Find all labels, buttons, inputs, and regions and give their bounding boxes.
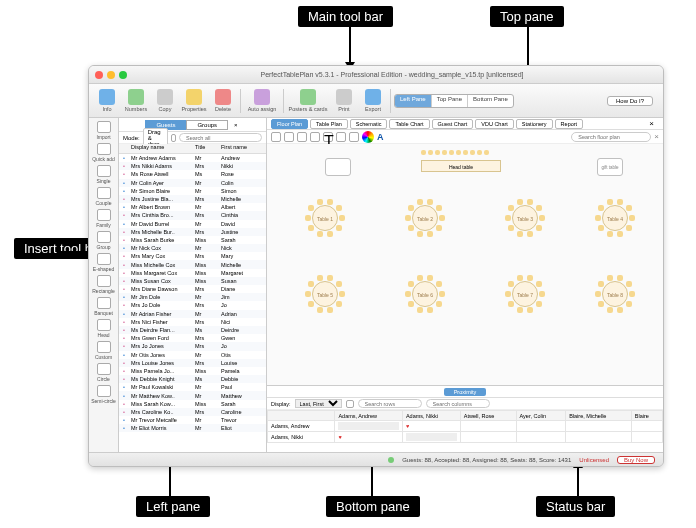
display-dropdown[interactable]: Last, First [295,399,342,408]
guest-row[interactable]: •Mr Albert BrownMrAlbert [119,203,266,211]
prox-tool-icon[interactable] [346,400,354,408]
howdoi-button[interactable]: How Do I? [607,96,653,106]
pane-toggle-segment[interactable]: Left Pane Top Pane Bottom Pane [394,94,514,108]
insert-head[interactable]: Head [91,318,117,339]
tab-report[interactable]: Report [555,119,584,129]
guest-row[interactable]: •Mr Simon BlaireMrSimon [119,187,266,195]
top-tabs-close-icon[interactable]: × [644,118,659,129]
guest-row[interactable]: •Mr Paul KowalskiMrPaul [119,383,266,391]
insert-e-shaped[interactable]: E-shaped [91,252,117,273]
tab-floor-plan[interactable]: Floor Plan [271,119,308,129]
guest-row[interactable]: •Mrs Michelle Bur..MrsJustine [119,228,266,236]
tb-autoassign[interactable]: Auto assign [244,89,280,112]
guest-row[interactable]: •Mr Otis JonesMrOtis [119,351,266,359]
mode-btn-icon[interactable] [171,134,176,142]
guest-row[interactable]: •Mr Eliot MorrisMrEliot [119,424,266,432]
guest-row[interactable]: •Mr Nick CoxMrNick [119,244,266,252]
top-pane-close-icon[interactable]: × [654,132,659,141]
tb-export[interactable]: Export [359,89,387,112]
tab-proximity[interactable]: Proximity [444,388,487,396]
guest-row[interactable]: •Mrs Justine Bla...MrsMichelle [119,195,266,203]
tb-posters[interactable]: Posters & cards [287,89,329,112]
floorplan-search-input[interactable] [571,132,651,142]
insert-import[interactable]: Import [91,120,117,141]
guest-row[interactable]: •Mr Adrian FisherMrAdrian [119,310,266,318]
gift-table-shape[interactable]: gift table [597,158,623,176]
guest-row[interactable]: •Miss Sarah Kow...MissSarah [119,400,266,408]
guest-list-header[interactable]: Display name Title First name [119,144,266,154]
zoom-icon[interactable] [119,71,127,79]
tb-info[interactable]: Info [93,89,121,112]
guest-row[interactable]: •Ms Rose AtwellMsRose [119,170,266,178]
insert-group[interactable]: Group [91,230,117,251]
insert-banquet[interactable]: Banquet [91,296,117,317]
guest-row[interactable]: •Mr Matthew Kow..MrMatthew [119,391,266,399]
round-table[interactable]: Table 4 [593,196,637,240]
tb-numbers[interactable]: Numbers [122,89,150,112]
guest-row[interactable]: •Mr David BurrelMrDavid [119,220,266,228]
anthropic-a-icon[interactable]: A [377,132,387,142]
insert-rectangle[interactable]: Rectangle [91,274,117,295]
guest-row[interactable]: •Miss Susan CoxMissSusan [119,277,266,285]
guest-row[interactable]: •Mr Andrew AdamsMrAndrew [119,154,266,162]
guest-row[interactable]: •Mrs Jo DoleMrsJo [119,301,266,309]
proximity-grid[interactable]: Adams, AndrewAdams, NikkiAtwell, RoseAye… [267,410,663,452]
insert-semi-circle[interactable]: Semi-circle [91,384,117,405]
tab-stationery[interactable]: Stationery [516,119,553,129]
tb-print[interactable]: Print [330,89,358,112]
guest-row[interactable]: •Mrs Nici FisherMrsNici [119,318,266,326]
guest-row[interactable]: •Ms Debbie KnightMsDebbie [119,375,266,383]
guest-row[interactable]: •Mr Jim DoleMrJim [119,293,266,301]
round-table[interactable]: Table 5 [303,272,347,316]
seg-left-pane[interactable]: Left Pane [395,95,432,107]
guest-row[interactable]: •Ms Deirdre Flan...MsDeirdre [119,326,266,334]
zoom-out-icon[interactable] [271,132,281,142]
guest-row[interactable]: •Mr Trevor MetcalfeMrTrevor [119,416,266,424]
head-table[interactable]: Head table [421,160,501,172]
guest-row[interactable]: •Miss Pamela Jo...MissPamela [119,367,266,375]
guest-row[interactable]: •Mrs Louise JonesMrsLouise [119,359,266,367]
seg-top-pane[interactable]: Top Pane [432,95,468,107]
guest-row[interactable]: •Miss Sarah BurkeMissSarah [119,236,266,244]
insert-circle[interactable]: Circle [91,362,117,383]
minimize-icon[interactable] [107,71,115,79]
left-pane-close-icon[interactable]: × [232,122,240,128]
guest-row[interactable]: •Mrs Diane DawsonMrsDiane [119,285,266,293]
round-table[interactable]: Table 3 [503,196,547,240]
guest-row[interactable]: •Miss Margaret CoxMissMargaret [119,269,266,277]
guest-row[interactable]: •Mrs Caroline Ko..MrsCaroline [119,408,266,416]
tab-groups[interactable]: Groups [186,120,228,130]
buy-now-button[interactable]: Buy Now [617,456,655,464]
zoom-in-icon[interactable] [284,132,294,142]
colorwheel-icon[interactable] [362,131,374,143]
guest-row[interactable]: •Mrs Cinthia Bro...MrsCinthia [119,211,266,219]
insert-family[interactable]: Family [91,208,117,229]
guest-row[interactable]: •Mrs Mary CoxMrsMary [119,252,266,260]
tab-table-chart[interactable]: Table Chart [389,119,429,129]
tab-guest-chart[interactable]: Guest Chart [432,119,474,129]
text-tool-icon[interactable]: T [323,132,333,142]
insert-single[interactable]: Single [91,164,117,185]
round-table[interactable]: Table 8 [593,272,637,316]
round-table[interactable]: Table 6 [403,272,447,316]
tb-copy[interactable]: Copy [151,89,179,112]
cake-shape[interactable] [325,158,351,176]
round-table[interactable]: Table 2 [403,196,447,240]
round-table[interactable]: Table 7 [503,272,547,316]
prox-search-rows[interactable] [358,399,422,408]
grid-icon[interactable] [310,132,320,142]
tb-properties[interactable]: Properties [180,89,208,112]
rotate-icon[interactable] [349,132,359,142]
insert-couple[interactable]: Couple [91,186,117,207]
guest-row[interactable]: •Mr Colin AyerMrColin [119,179,266,187]
seg-bottom-pane[interactable]: Bottom Pane [468,95,513,107]
tab-vdu-chart[interactable]: VDU Chart [475,119,514,129]
traffic-lights[interactable] [95,71,127,79]
guest-search-input[interactable] [179,133,262,142]
guest-row[interactable]: •Miss Michelle CoxMissMichelle [119,260,266,268]
guest-row[interactable]: •Mrs Jo JonesMrsJo [119,342,266,350]
guest-list[interactable]: •Mr Andrew AdamsMrAndrew•Mrs Nikki Adams… [119,154,266,452]
tab-table-plan[interactable]: Table Plan [310,119,348,129]
tab-schematic[interactable]: Schematic [350,119,388,129]
tb-delete[interactable]: Delete [209,89,237,112]
